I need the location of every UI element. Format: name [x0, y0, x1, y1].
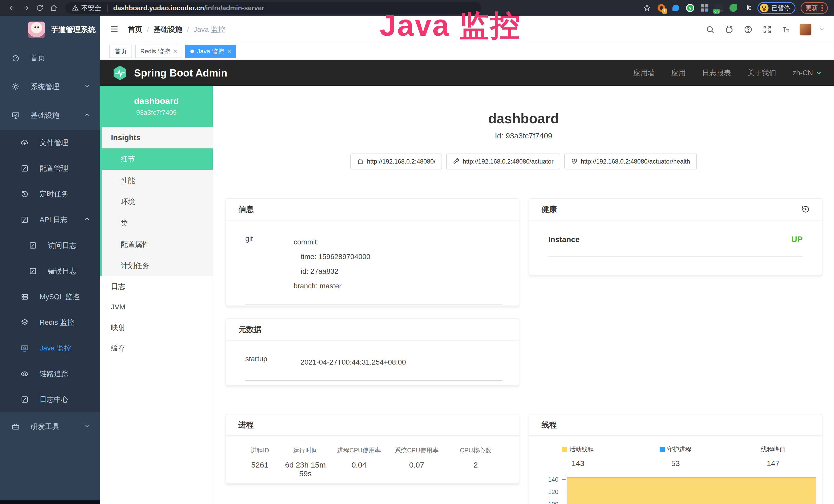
sidebar-item-access-log[interactable]: 访问日志 — [0, 233, 100, 258]
forward-icon[interactable] — [20, 2, 32, 14]
health-url-button[interactable]: http://192.168.0.2:48080/actuator/health — [564, 154, 697, 169]
tab-redis-monitor[interactable]: Redis 监控 — [135, 45, 182, 58]
sba-item-scheduled-tasks[interactable]: 计划任务 — [102, 255, 213, 276]
extension-pin-icon[interactable] — [671, 3, 680, 13]
health-card: 健康 Instance UP — [529, 198, 822, 275]
legend-square-yellow — [562, 447, 567, 452]
sba-item-metrics[interactable]: 性能 — [102, 170, 213, 191]
fullscreen-icon[interactable] — [762, 24, 773, 35]
outer-sidebar: 芋道管理系统 首页 系统管理 基础设施 文件管理 配置管理 — [0, 16, 100, 504]
threads-card-header: 线程 — [529, 414, 822, 436]
sidebar-item-log-center[interactable]: 日志中心 — [0, 387, 100, 412]
sidebar-item-error-log[interactable]: 错误日志 — [0, 258, 100, 284]
process-table-values: 5261 6d 23h 15m 59s 0.04 0.07 2 — [238, 461, 506, 478]
security-warning-icon[interactable]: 不安全 — [72, 4, 101, 13]
extensions-puzzle-icon[interactable] — [743, 3, 752, 13]
header-actions — [705, 24, 825, 36]
help-icon[interactable] — [743, 24, 754, 35]
sba-item-classes[interactable]: 类 — [102, 212, 213, 234]
breadcrumb-infrastructure[interactable]: 基础设施 — [142, 25, 182, 35]
eye-icon — [21, 370, 29, 378]
sba-app-box[interactable]: dashboard 93a3fc7f7409 — [100, 86, 213, 127]
legend-daemon-threads: 守护进程 53 — [627, 445, 724, 468]
sba-nav-applications[interactable]: 应用 — [672, 68, 686, 78]
metadata-row-value: 2021-04-27T00:44:31.254+08:00 — [301, 355, 406, 369]
sba-item-caches[interactable]: 缓存 — [100, 338, 213, 359]
process-table-headers: 进程ID 运行时间 进程CPU使用率 系统CPU使用率 CPU核心数 — [238, 446, 506, 455]
sidebar-item-home[interactable]: 首页 — [0, 44, 100, 72]
github-icon[interactable] — [724, 24, 735, 35]
avatar-caret-icon[interactable] — [819, 26, 825, 33]
extension-grid-icon[interactable] — [700, 3, 709, 13]
tab-home[interactable]: 首页 — [109, 45, 132, 58]
infrastructure-submenu: 文件管理 配置管理 定时任务 API 日志 访问日志 错误日志 — [0, 130, 100, 412]
browser-profile-chip[interactable]: 已暂停 — [758, 2, 795, 14]
chevron-up-icon — [84, 111, 90, 120]
access-log-icon — [29, 241, 37, 250]
profile-emoji-icon — [760, 4, 768, 12]
sba-item-environment[interactable]: 环境 — [102, 191, 213, 212]
history-icon[interactable] — [801, 205, 810, 214]
sba-locale-select[interactable]: zh-CN — [793, 69, 822, 77]
sidebar-item-mysql-monitor[interactable]: MySQL 监控 — [0, 284, 100, 310]
sba-nav-wallboard[interactable]: 应用墙 — [633, 68, 655, 78]
home-icon[interactable] — [48, 2, 60, 14]
bookmark-star-icon[interactable] — [642, 3, 652, 13]
sba-nav-journal[interactable]: 日志报表 — [702, 68, 731, 78]
browser-menu-icon[interactable] — [821, 5, 823, 11]
extension-y-icon[interactable]: y — [685, 3, 695, 13]
sba-item-details[interactable]: 细节 — [100, 148, 213, 170]
font-size-icon[interactable] — [781, 24, 792, 35]
back-icon[interactable] — [6, 2, 18, 14]
active-tab-dot — [190, 49, 194, 53]
browser-update-button[interactable]: 更新 — [800, 2, 828, 14]
omnibox-divider: | — [106, 4, 108, 12]
actuator-url-button[interactable]: http://192.168.0.2:48080/actuator — [446, 154, 560, 169]
health-instance-row: Instance UP — [548, 235, 803, 256]
app-logo-row[interactable]: 芋道管理系统 — [0, 16, 100, 44]
sba-nav-about[interactable]: 关于我们 — [747, 68, 776, 78]
user-avatar[interactable] — [799, 24, 811, 36]
sidebar-item-api-log[interactable]: API 日志 — [0, 207, 100, 233]
chevron-down-icon — [84, 422, 90, 431]
sba-logo-icon — [112, 65, 128, 81]
sba-brand[interactable]: Spring Boot Admin — [112, 65, 227, 81]
instance-id-line: Id: 93a3fc7f7409 — [213, 132, 834, 140]
layers-icon — [21, 318, 29, 327]
process-table: 进程ID 运行时间 进程CPU使用率 系统CPU使用率 CPU核心数 5261 … — [226, 436, 519, 478]
sync-paused-label: 已暂停 — [772, 4, 790, 12]
sba-sidebar: dashboard 93a3fc7f7409 Insights 细节 性能 环境… — [100, 86, 213, 504]
sba-item-mappings[interactable]: 映射 — [100, 317, 213, 338]
sidebar-item-scheduled-jobs[interactable]: 定时任务 — [0, 181, 100, 207]
tab-java-monitor[interactable]: Java 监控 — [185, 45, 236, 58]
sidebar-item-system[interactable]: 系统管理 — [0, 72, 100, 101]
sidebar-item-redis-monitor[interactable]: Redis 监控 — [0, 310, 100, 335]
sidebar-item-tracing[interactable]: 链路追踪 — [0, 361, 100, 387]
breadcrumb-home[interactable]: 首页 — [128, 25, 142, 35]
search-icon[interactable] — [705, 24, 716, 35]
sba-item-config-props[interactable]: 配置属性 — [102, 234, 213, 255]
home-icon — [357, 158, 364, 165]
sidebar-item-file-management[interactable]: 文件管理 — [0, 130, 100, 156]
sba-main: dashboard Id: 93a3fc7f7409 http://192.16… — [213, 86, 834, 504]
sba-item-jvm[interactable]: JVM — [100, 297, 213, 317]
reload-icon[interactable] — [34, 2, 46, 14]
hamburger-icon[interactable] — [109, 24, 119, 35]
sba-item-logfile[interactable]: 日志 — [100, 276, 213, 297]
sidebar-item-java-monitor[interactable]: Java 监控 — [0, 335, 100, 361]
error-log-icon — [29, 267, 37, 275]
sidebar-item-config-management[interactable]: 配置管理 — [0, 156, 100, 181]
sba-group-label: Insights — [102, 127, 213, 148]
extension-switch-icon[interactable]: on — [714, 3, 724, 13]
close-icon[interactable] — [173, 48, 177, 55]
service-url-button[interactable]: http://192.168.0.2:48080/ — [350, 154, 442, 169]
sidebar-item-dev-tools[interactable]: 研发工具 — [0, 412, 100, 441]
sba-nav: 应用墙 应用 日志报表 关于我们 zh-CN — [633, 68, 822, 78]
sidebar-item-infrastructure[interactable]: 基础设施 — [0, 101, 100, 130]
history-icon — [21, 190, 29, 198]
close-icon[interactable] — [227, 48, 231, 55]
extension-leaf-icon[interactable] — [729, 3, 738, 13]
security-label: 不安全 — [81, 4, 101, 13]
extension-colorzilla-icon[interactable]: 1 — [657, 3, 666, 13]
page-title: dashboard — [213, 110, 834, 126]
